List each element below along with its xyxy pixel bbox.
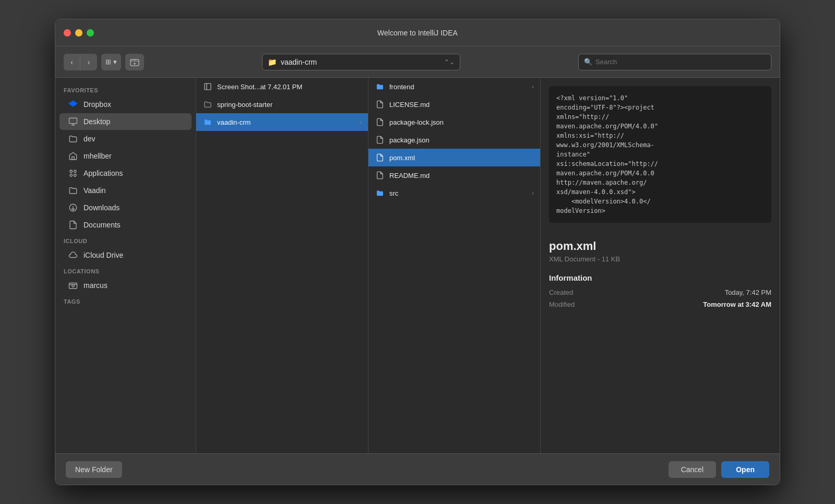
list-item[interactable]: Screen Shot...at 7.42.01 PM [196,78,368,95]
sidebar-item-label: Downloads [84,203,120,212]
file-icon [375,170,385,181]
sidebar-item-vaadin[interactable]: Vaadin [59,182,192,199]
sidebar-item-documents[interactable]: Documents [59,217,192,233]
file-icon [375,117,385,127]
locations-header: Locations [55,264,196,277]
favorites-header: Favorites [55,83,196,95]
sidebar-item-label: Dropbox [84,100,111,109]
preview-code: <?xml version="1.0" encoding="UTF-8"?><p… [549,86,771,223]
forward-button[interactable]: › [80,54,97,70]
file-name: spring-boot-starter [217,101,362,109]
tags-header: Tags [55,294,196,307]
documents-icon [68,220,78,230]
new-folder-button[interactable]: New Folder [66,461,122,478]
folder-icon [375,81,385,92]
sidebar-item-label: Desktop [84,117,110,126]
sidebar-item-dev[interactable]: dev [59,130,192,147]
folder-selected-icon [202,117,213,127]
info-section-header: Information [549,273,771,282]
sidebar-item-desktop[interactable]: Desktop [59,113,192,130]
sidebar-item-label: Applications [84,169,123,177]
bottom-bar: New Folder Cancel Open [55,453,780,485]
created-row: Created Today, 7:42 PM [549,289,771,296]
svg-rect-4 [72,157,75,160]
chevron-right-icon: › [360,119,362,125]
file-icon [202,81,213,92]
list-item[interactable]: vaadin-crm › [196,113,368,131]
view-icon: ⊞ [105,58,111,66]
folder-icon [375,188,385,198]
icloud-icon [68,250,78,260]
svg-point-5 [70,170,73,173]
nav-buttons: ‹ › [64,54,97,70]
list-item[interactable]: src › [368,184,540,202]
back-button[interactable]: ‹ [64,54,80,70]
sidebar-item-mhellber[interactable]: mhellber [59,148,192,164]
new-folder-toolbar-button[interactable] [125,54,144,70]
sidebar-item-label: Vaadin [84,186,106,195]
sidebar: Favorites Dropbox Desktop dev [55,78,196,453]
svg-point-6 [74,170,77,173]
maximize-button[interactable] [87,29,94,37]
sidebar-item-icloud-drive[interactable]: iCloud Drive [59,247,192,263]
traffic-lights [64,29,94,37]
sidebar-item-dropbox[interactable]: Dropbox [59,96,192,113]
svg-rect-13 [205,83,211,90]
location-text: vaadin-crm [281,58,440,66]
panel-2: frontend › LICENSE.md package-lock.json [368,78,541,453]
desktop-icon [68,116,78,127]
location-folder-icon: 📁 [268,58,277,66]
finder-dialog: Welcome to IntelliJ IDEA ‹ › ⊞ ▾ 📁 vaadi… [55,19,780,485]
sidebar-item-label: mhellber [84,152,112,160]
sidebar-item-label: Documents [84,221,121,229]
cancel-button[interactable]: Cancel [669,461,717,478]
sidebar-item-label: iCloud Drive [84,251,123,259]
preview-info: pom.xml XML Document - 11 KB Information… [541,231,780,321]
list-item[interactable]: LICENSE.md [368,95,540,113]
view-chevron-icon: ▾ [113,58,117,66]
list-item[interactable]: frontend › [368,78,540,95]
close-button[interactable] [64,29,71,37]
svg-point-7 [70,174,73,177]
applications-icon [68,168,78,178]
list-item[interactable]: package-lock.json [368,113,540,131]
svg-point-8 [74,174,77,177]
list-item[interactable]: README.md [368,166,540,184]
sidebar-item-applications[interactable]: Applications [59,165,192,182]
open-button[interactable]: Open [721,461,769,478]
file-name: pom.xml [389,154,534,162]
view-button[interactable]: ⊞ ▾ [101,54,121,70]
sidebar-item-label: dev [84,135,96,143]
search-icon: 🔍 [584,58,592,66]
code-content: <?xml version="1.0" encoding="UTF-8"?><p… [556,93,764,215]
file-name: LICENSE.md [389,101,534,109]
file-name: src [389,189,528,197]
chevron-right-icon: › [532,190,534,196]
modified-row: Modified Tomorrow at 3:42 AM [549,301,771,308]
file-name: Screen Shot...at 7.42.01 PM [217,83,362,91]
sidebar-item-marcus[interactable]: marcus [59,277,192,294]
svg-rect-10 [69,283,77,289]
home-icon [68,151,78,161]
preview-panel: <?xml version="1.0" encoding="UTF-8"?><p… [541,78,780,453]
svg-rect-3 [69,118,77,124]
file-name: package-lock.json [389,118,534,126]
created-value: Today, 7:42 PM [725,289,771,296]
search-input[interactable] [595,58,766,66]
location-bar[interactable]: 📁 vaadin-crm ⌃⌄ [262,54,460,70]
list-item[interactable]: spring-boot-starter [196,95,368,113]
downloads-icon [68,202,78,213]
minimize-button[interactable] [75,29,82,37]
dev-folder-icon [68,134,78,144]
icloud-header: iCloud [55,234,196,246]
title-bar: Welcome to IntelliJ IDEA [55,19,780,46]
main-content: Favorites Dropbox Desktop dev [55,78,780,453]
sidebar-item-downloads[interactable]: Downloads [59,199,192,216]
list-item[interactable]: pom.xml [368,149,540,166]
modified-label: Modified [549,301,575,308]
search-bar[interactable]: 🔍 [578,54,771,70]
created-label: Created [549,289,573,296]
file-panels: Screen Shot...at 7.42.01 PM spring-boot-… [196,78,780,453]
file-icon [375,135,385,145]
list-item[interactable]: package.json [368,131,540,149]
